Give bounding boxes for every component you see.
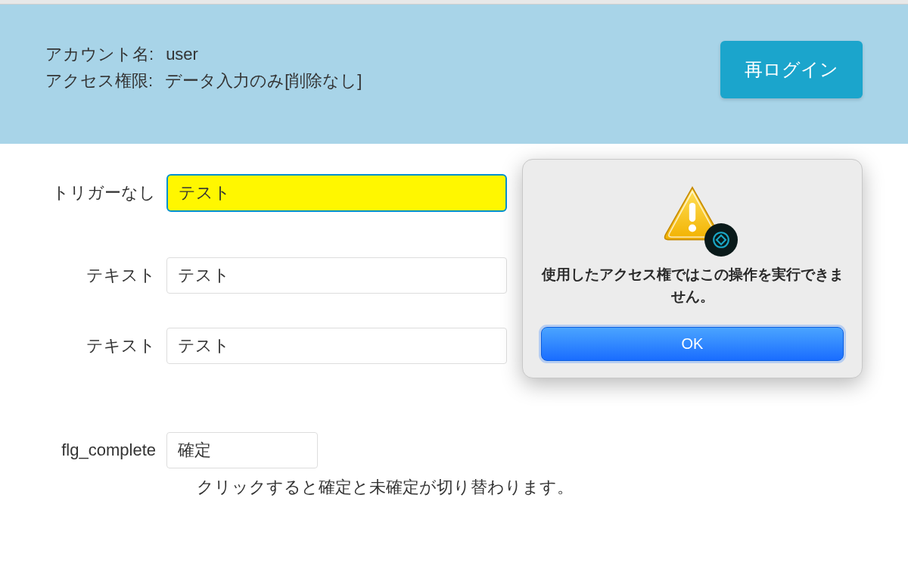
warning-icon — [661, 182, 724, 249]
svg-point-1 — [689, 224, 696, 232]
trigger-input[interactable] — [166, 174, 507, 212]
flag-label: flg_complete — [23, 440, 166, 460]
relogin-button[interactable]: 再ログイン — [720, 41, 863, 98]
text1-input[interactable] — [166, 257, 507, 294]
access-level-label: アクセス権限: — [45, 67, 153, 94]
dialog-message: 使用したアクセス権ではこの操作を実行できません。 — [541, 264, 844, 307]
account-name-label: アカウント名: — [45, 41, 154, 67]
flag-input[interactable] — [166, 432, 318, 468]
app-badge-icon — [704, 223, 738, 257]
trigger-label: トリガーなし — [23, 182, 166, 204]
text2-label: テキスト — [23, 334, 166, 357]
dialog-ok-button[interactable]: OK — [541, 327, 844, 361]
access-level-value: データ入力のみ[削除なし] — [165, 67, 362, 94]
text2-input[interactable] — [166, 328, 507, 364]
account-info: アカウント名: user アクセス権限: データ入力のみ[削除なし] — [45, 41, 362, 94]
svg-rect-0 — [689, 203, 695, 222]
form-row-flag: flg_complete — [23, 432, 885, 468]
header: アカウント名: user アクセス権限: データ入力のみ[削除なし] 再ログイン — [0, 5, 908, 144]
svg-rect-3 — [717, 235, 726, 244]
text1-label: テキスト — [23, 264, 166, 287]
helper-text: クリックすると確定と未確定が切り替わります。 — [197, 476, 885, 499]
alert-dialog: 使用したアクセス権ではこの操作を実行できません。 OK — [522, 159, 863, 378]
account-name-value: user — [166, 41, 198, 67]
